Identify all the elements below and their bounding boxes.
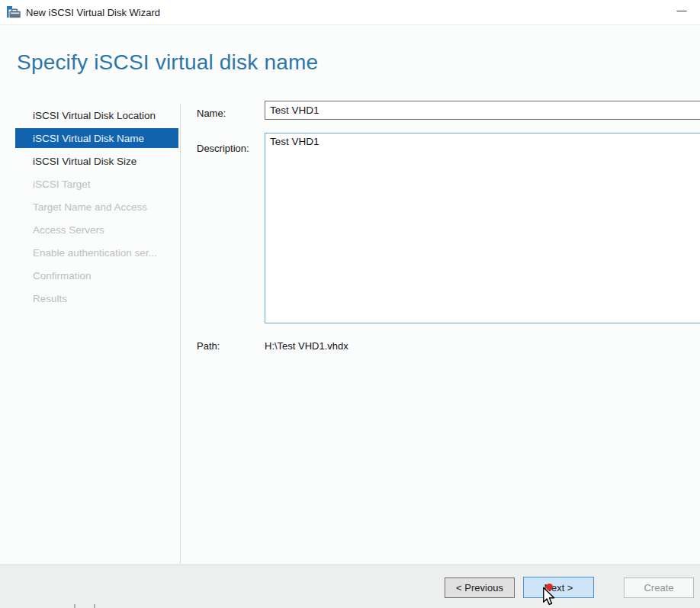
- wizard-footer: < Previous Next > Create: [0, 565, 700, 608]
- sidebar-item-target-name-access: Target Name and Access: [15, 197, 178, 217]
- sidebar-item-disk-size[interactable]: iSCSI Virtual Disk Size: [15, 151, 178, 171]
- path-value: H:\Test VHD1.vhdx: [265, 340, 348, 352]
- page-title: Specify iSCSI virtual disk name: [17, 50, 318, 75]
- sidebar-item-enable-authentication: Enable authentication ser...: [15, 243, 178, 262]
- previous-button[interactable]: < Previous: [445, 577, 515, 598]
- minimize-button[interactable]: —: [668, 0, 695, 23]
- server-manager-icon: [6, 5, 21, 20]
- name-input[interactable]: [265, 101, 700, 120]
- screen-edge-artifact: [74, 604, 75, 608]
- window-title: New iSCSI Virtual Disk Wizard: [26, 7, 160, 18]
- sidebar-item-results: Results: [15, 288, 178, 308]
- titlebar: New iSCSI Virtual Disk Wizard —: [0, 0, 700, 25]
- screen-edge-artifact: [94, 604, 95, 608]
- sidebar-item-disk-name[interactable]: iSCSI Virtual Disk Name: [15, 128, 178, 148]
- sidebar-divider: [180, 104, 181, 564]
- mouse-cursor: [542, 587, 556, 608]
- sidebar-item-disk-location[interactable]: iSCSI Virtual Disk Location: [15, 105, 178, 125]
- name-label: Name:: [197, 108, 226, 119]
- description-label: Description:: [197, 143, 249, 154]
- sidebar-item-confirmation: Confirmation: [15, 265, 178, 285]
- wizard-steps-sidebar: iSCSI Virtual Disk Location iSCSI Virtua…: [15, 105, 178, 311]
- sidebar-item-access-servers: Access Servers: [15, 220, 178, 240]
- sidebar-item-iscsi-target: iSCSI Target: [15, 174, 178, 194]
- description-input[interactable]: Test VHD1: [265, 133, 700, 323]
- next-button[interactable]: Next >: [523, 577, 594, 598]
- create-button: Create: [624, 577, 694, 598]
- path-label: Path:: [197, 340, 220, 352]
